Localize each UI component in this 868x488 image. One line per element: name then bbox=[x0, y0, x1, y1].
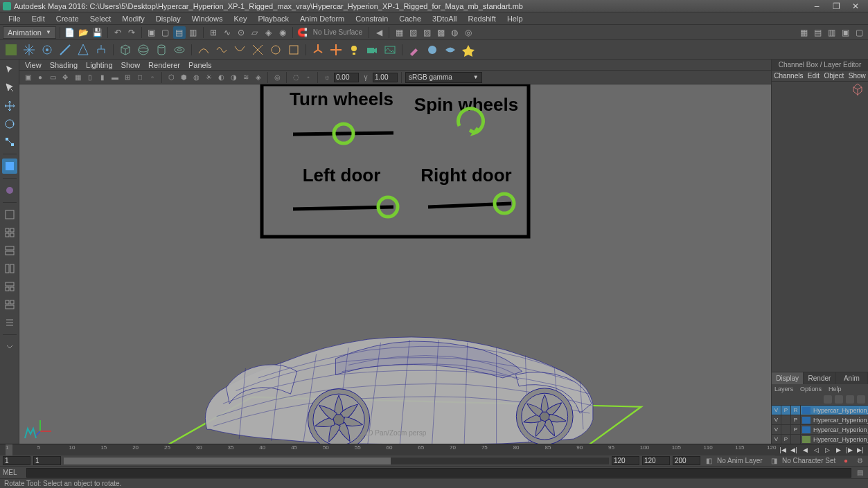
vp-motion-blur-icon[interactable]: ≋ bbox=[240, 72, 251, 83]
command-input[interactable] bbox=[26, 468, 851, 478]
range-end-inner[interactable] bbox=[612, 456, 639, 465]
scale-tool[interactable] bbox=[2, 134, 17, 150]
menu-select[interactable]: Select bbox=[85, 15, 117, 23]
shelf-fx2-icon[interactable] bbox=[442, 42, 459, 58]
auto-key-icon[interactable]: ● bbox=[840, 455, 851, 467]
undo-icon[interactable]: ↶ bbox=[112, 26, 124, 39]
vp-aa-icon[interactable]: ◈ bbox=[253, 72, 264, 83]
layer-playback-toggle[interactable]: P bbox=[781, 435, 791, 444]
renderer-icon[interactable]: ◎ bbox=[462, 26, 475, 39]
panel-view[interactable]: View bbox=[25, 61, 42, 69]
vp-safe-title-icon[interactable]: ▫ bbox=[147, 72, 158, 83]
vp-ao-icon[interactable]: ◑ bbox=[228, 72, 239, 83]
shelf-axis-icon[interactable] bbox=[310, 42, 326, 58]
attr-editor-toggle-icon[interactable]: ▢ bbox=[853, 26, 865, 39]
shelf-cube-icon[interactable] bbox=[117, 42, 134, 58]
panel-renderer[interactable]: Renderer bbox=[148, 61, 180, 69]
step-forward-key-icon[interactable]: |▶ bbox=[844, 445, 854, 455]
snap-view-icon[interactable]: ◉ bbox=[276, 26, 289, 39]
shelf-image-icon[interactable] bbox=[382, 42, 398, 58]
vp-color-space-dropdown[interactable]: sRGB gamma ▼ bbox=[405, 72, 482, 83]
layer-type-toggle[interactable]: R bbox=[791, 406, 801, 415]
shelf-curve3-icon[interactable] bbox=[231, 42, 248, 58]
layer-color-swatch[interactable] bbox=[802, 407, 811, 414]
last-tool[interactable] bbox=[2, 159, 17, 174]
play-forward-icon[interactable]: ▷ bbox=[822, 445, 832, 455]
shelf-curve4-icon[interactable] bbox=[249, 42, 266, 58]
shelf-camera-icon[interactable] bbox=[364, 42, 380, 58]
menu-playback[interactable]: Playback bbox=[252, 15, 294, 23]
vp-xray-icon[interactable]: ◌ bbox=[290, 72, 301, 83]
render-frame-icon[interactable]: ▦ bbox=[393, 26, 405, 39]
prefs-icon[interactable]: ⚙ bbox=[854, 455, 865, 467]
layer-options[interactable]: Options bbox=[800, 386, 822, 392]
vp-isolate-icon[interactable]: ◎ bbox=[272, 72, 283, 83]
shelf-tab-icon[interactable] bbox=[3, 42, 19, 58]
cb-edit[interactable]: Edit bbox=[808, 72, 820, 80]
menu-animdeform[interactable]: Anim Deform bbox=[294, 15, 350, 23]
menu-modify[interactable]: Modify bbox=[116, 15, 150, 23]
layer-type-toggle[interactable]: P bbox=[791, 425, 801, 435]
vp-select-cam-icon[interactable]: ▣ bbox=[22, 72, 33, 83]
layer-vis-toggle[interactable]: V bbox=[772, 406, 781, 415]
layer-move-down-icon[interactable] bbox=[835, 395, 843, 404]
render-settings-icon[interactable]: ▨ bbox=[420, 26, 433, 39]
minimize-button[interactable]: – bbox=[807, 1, 826, 12]
vp-field-chart-icon[interactable]: ⊞ bbox=[122, 72, 133, 83]
layer-help[interactable]: Help bbox=[829, 386, 842, 392]
layout-two-v-icon[interactable] bbox=[2, 261, 17, 276]
select-object-icon[interactable]: ▢ bbox=[159, 26, 172, 39]
menu-help[interactable]: Help bbox=[502, 15, 529, 23]
menu-edit[interactable]: Edit bbox=[26, 15, 51, 23]
vp-exposure-field[interactable] bbox=[334, 73, 359, 82]
menu-redshift[interactable]: Redshift bbox=[463, 15, 502, 23]
time-slider[interactable]: 1510152025303540455055606570758085909510… bbox=[0, 444, 868, 455]
view-cube-icon[interactable] bbox=[771, 82, 868, 96]
range-start-outer[interactable] bbox=[3, 456, 30, 465]
vp-texture-icon[interactable]: ◍ bbox=[191, 72, 202, 83]
layer-color-swatch[interactable] bbox=[802, 426, 811, 433]
shelf-cylinder-icon[interactable] bbox=[153, 42, 170, 58]
tab-render[interactable]: Render bbox=[804, 372, 835, 384]
collapse-icon[interactable] bbox=[2, 339, 17, 354]
select-multi-icon[interactable]: ▥ bbox=[187, 26, 200, 39]
char-set-label[interactable]: No Character Set bbox=[782, 457, 838, 464]
layer-new-selected-icon[interactable] bbox=[857, 395, 865, 404]
tab-anim[interactable]: Anim bbox=[836, 372, 868, 384]
menu-file[interactable]: File bbox=[3, 15, 26, 23]
cb-channels[interactable]: Channels bbox=[774, 72, 803, 80]
soft-select-tool[interactable] bbox=[2, 183, 17, 198]
turn-wheels-slider[interactable] bbox=[293, 133, 393, 134]
layer-row[interactable]: VPHypercar_Hyperion_XP bbox=[772, 424, 868, 434]
menu-key[interactable]: Key bbox=[228, 15, 252, 23]
script-editor-icon[interactable]: ▤ bbox=[854, 467, 865, 478]
shelf-light-icon[interactable] bbox=[346, 42, 362, 58]
menu-cache[interactable]: Cache bbox=[393, 15, 427, 23]
layer-type-toggle[interactable]: P bbox=[791, 415, 801, 425]
menu-display[interactable]: Display bbox=[150, 15, 186, 23]
panel-layout2-icon[interactable]: ▤ bbox=[811, 26, 824, 39]
menu-create[interactable]: Create bbox=[51, 15, 85, 23]
shelf-curve6-icon[interactable] bbox=[285, 42, 302, 58]
layer-vis-toggle[interactable]: V bbox=[772, 415, 781, 425]
range-start-inner[interactable] bbox=[33, 456, 61, 465]
vp-light-icon[interactable]: ☀ bbox=[203, 72, 214, 83]
open-scene-icon[interactable]: 📂 bbox=[78, 26, 90, 39]
select-tool[interactable] bbox=[2, 62, 17, 78]
shelf-history-icon[interactable] bbox=[75, 42, 91, 58]
move-tool[interactable] bbox=[2, 98, 17, 114]
range-end-outer[interactable] bbox=[642, 456, 670, 465]
vp-grid-icon[interactable]: ▦ bbox=[72, 72, 83, 83]
shelf-parent-icon[interactable] bbox=[93, 42, 109, 58]
new-scene-icon[interactable]: 📄 bbox=[64, 26, 76, 39]
vp-bookmark-icon[interactable]: ● bbox=[35, 72, 46, 83]
cb-show[interactable]: Show bbox=[849, 72, 866, 80]
layer-new-empty-icon[interactable] bbox=[846, 395, 854, 404]
range-slider[interactable] bbox=[64, 458, 609, 464]
render-view-icon[interactable]: ▩ bbox=[434, 26, 447, 39]
shelf-center-icon[interactable] bbox=[39, 42, 55, 58]
go-end-icon[interactable]: ▶| bbox=[856, 445, 865, 455]
right-door-slider[interactable] bbox=[428, 204, 511, 207]
anim-layer-label[interactable]: No Anim Layer bbox=[717, 457, 765, 464]
shelf-curve5-icon[interactable] bbox=[267, 42, 284, 58]
